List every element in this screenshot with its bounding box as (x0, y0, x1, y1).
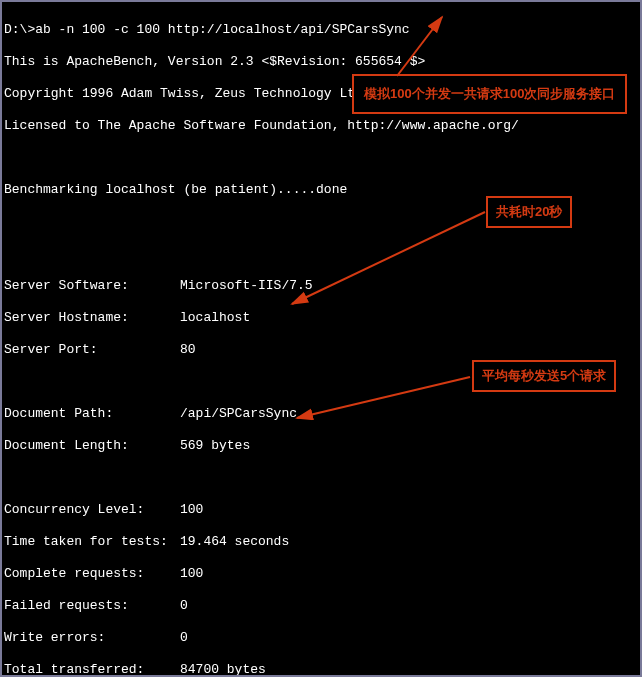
header-line: Licensed to The Apache Software Foundati… (4, 118, 638, 134)
write-errors: Write errors:0 (4, 630, 638, 646)
document-length: Document Length:569 bytes (4, 438, 638, 454)
annotation-box-3: 平均每秒发送5个请求 (472, 360, 616, 392)
complete-requests: Complete requests:100 (4, 566, 638, 582)
command-line: D:\>ab -n 100 -c 100 http://localhost/ap… (4, 22, 638, 38)
header-line: This is ApacheBench, Version 2.3 <$Revis… (4, 54, 638, 70)
failed-requests: Failed requests:0 (4, 598, 638, 614)
server-software: Server Software:Microsoft-IIS/7.5 (4, 278, 638, 294)
total-transferred: Total transferred:84700 bytes (4, 662, 638, 677)
concurrency-level: Concurrency Level:100 (4, 502, 638, 518)
time-taken: Time taken for tests:19.464 seconds (4, 534, 638, 550)
document-path: Document Path:/api/SPCarsSync (4, 406, 638, 422)
server-port: Server Port:80 (4, 342, 638, 358)
server-hostname: Server Hostname:localhost (4, 310, 638, 326)
annotation-box-1: 模拟100个并发一共请求100次同步服务接口 (352, 74, 627, 114)
annotation-box-2: 共耗时20秒 (486, 196, 572, 228)
